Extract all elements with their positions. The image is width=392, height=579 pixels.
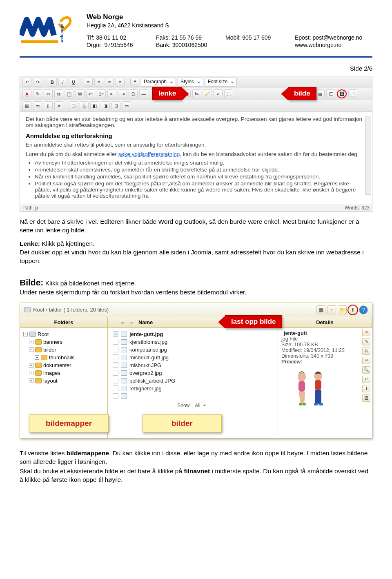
redo-icon[interactable]: ↷ xyxy=(33,78,42,87)
tree-layout[interactable]: +layout xyxy=(23,377,104,385)
editor-heading: Anmeldelse og etterforskning xyxy=(26,132,366,139)
editor-bullet-4: Politiet skal også spørre deg om det "be… xyxy=(35,180,366,199)
tree-dokumenter[interactable]: +dokumenter xyxy=(23,361,104,369)
paragraph-dropdown[interactable]: Paragraph xyxy=(141,78,176,87)
copy-icon[interactable]: ⧉ xyxy=(54,89,63,98)
contact-web: www.webnorge.no xyxy=(295,42,372,48)
forecolor-icon[interactable]: A xyxy=(22,89,31,98)
thumb-icon xyxy=(121,378,127,383)
file-row[interactable]: politisk_arbeid.JPG xyxy=(111,377,274,385)
file-row[interactable]: misbrukt.JPG xyxy=(111,361,274,369)
tree-root[interactable]: −Root xyxy=(23,330,104,338)
paste-word-icon[interactable]: W xyxy=(76,89,85,98)
list-ol-icon[interactable]: 1≡ xyxy=(97,89,106,98)
fontsize-dropdown[interactable]: Font size xyxy=(205,78,237,87)
editor-line-politi: En anmeldelse skal rettes til politiet, … xyxy=(26,142,366,148)
undo-icon[interactable]: ↶ xyxy=(22,78,31,87)
file-name: misbrukt-gutt.jpg xyxy=(129,354,169,361)
editor-content-area[interactable]: Det kan både være en stor belastning og … xyxy=(20,112,372,204)
image-button-highlight[interactable]: 🖼 xyxy=(337,89,347,98)
specialchar-icon[interactable]: Ω xyxy=(129,89,138,98)
backcolor-icon[interactable]: ✎ xyxy=(33,89,42,98)
checkbox-icon[interactable] xyxy=(113,339,118,345)
table-icon[interactable]: ▦ xyxy=(316,89,325,98)
align-left-icon[interactable]: ≡ xyxy=(84,78,93,87)
table-row-icon[interactable]: ▭ xyxy=(33,101,42,110)
copy-icon[interactable]: ⧉ xyxy=(362,347,370,355)
detail-filetype: jpg File xyxy=(281,336,369,342)
layer-icon[interactable]: ▢ xyxy=(69,101,78,110)
file-icon[interactable]: 📄 xyxy=(348,89,357,98)
bold-icon[interactable]: B xyxy=(48,78,57,87)
file-row[interactable]: rettigheter.jpg xyxy=(111,385,274,392)
file-row[interactable]: ✓jente-gutt.jpg xyxy=(111,330,274,338)
align-justify-icon[interactable]: ≡ xyxy=(116,78,125,87)
preview-icon[interactable]: ◨ xyxy=(101,101,110,110)
file-row[interactable] xyxy=(111,392,274,400)
outdent-icon[interactable]: ⇤ xyxy=(107,89,116,98)
checkbox-icon[interactable] xyxy=(113,362,118,368)
media-icon[interactable]: 🖵 xyxy=(326,89,335,98)
drive-icon xyxy=(24,307,31,312)
file-row[interactable]: kjerstiblomst.jpg xyxy=(111,338,274,346)
indent-icon[interactable]: ⇥ xyxy=(118,89,127,98)
delete-icon[interactable]: ✕ xyxy=(362,329,370,336)
spellcheck-icon[interactable]: ✓ xyxy=(214,89,223,98)
editor-inline-link[interactable]: søke voldsoffererstatning xyxy=(118,151,180,157)
cut-icon[interactable]: ✂ xyxy=(362,357,370,364)
editor-scrollbar[interactable] xyxy=(365,116,371,195)
zoom-icon[interactable]: 🔍 xyxy=(362,366,370,374)
hr-icon[interactable]: — xyxy=(139,89,148,98)
checkbox-icon[interactable] xyxy=(113,370,118,376)
svg-point-2 xyxy=(298,372,306,381)
align-center-icon[interactable]: ≡ xyxy=(94,78,103,87)
underline-icon[interactable]: U xyxy=(69,78,78,87)
file-row[interactable]: overgrep2.jpg xyxy=(111,369,274,377)
italic-icon[interactable]: I xyxy=(58,78,67,87)
checkbox-icon[interactable]: ✓ xyxy=(113,331,118,337)
tree-images[interactable]: +images xyxy=(23,369,104,377)
blockquote-icon[interactable]: ❝ xyxy=(130,78,139,87)
table-col-icon[interactable]: ▯ xyxy=(44,101,53,110)
letterhead-text: Web Norge Hegglia 2A, 4622 Kristiansand … xyxy=(87,11,372,48)
div-icon[interactable]: ▭ xyxy=(122,101,131,110)
contact-fax: Faks: 21 55 76 59 xyxy=(156,34,225,41)
checkbox-icon[interactable] xyxy=(113,354,118,360)
thumb-icon xyxy=(121,363,127,368)
cut-icon[interactable]: ✂ xyxy=(44,89,53,98)
file-row[interactable]: misbrukt-gutt.jpg xyxy=(111,354,274,361)
removeformat-icon[interactable]: 🧹 xyxy=(203,89,212,98)
checkbox-icon[interactable] xyxy=(113,378,118,383)
help-icon[interactable]: ? xyxy=(359,305,368,314)
edit-image-icon[interactable]: 🖼 xyxy=(362,394,370,402)
files-pagination: Show All xyxy=(111,400,274,411)
template-icon[interactable]: ⊞ xyxy=(111,101,120,110)
tree-banners[interactable]: +banners xyxy=(23,338,104,346)
anchor-icon[interactable]: ⚓ xyxy=(80,101,89,110)
paste-icon[interactable]: 📋 xyxy=(65,89,74,98)
file-row[interactable]: kompetanse.jpg xyxy=(111,346,274,354)
code-icon[interactable]: ◧ xyxy=(90,101,99,110)
view-list-icon[interactable]: ≡ xyxy=(327,305,336,314)
table-del-icon[interactable]: ✕ xyxy=(54,101,63,110)
tree-bilder[interactable]: −bilder xyxy=(23,346,104,354)
table-insert-icon[interactable]: ▦ xyxy=(22,101,31,110)
new-folder-icon[interactable]: 📁 xyxy=(338,305,347,314)
rename-icon[interactable]: ✎ xyxy=(362,338,370,345)
download-icon[interactable]: ⬇ xyxy=(362,385,370,392)
page-number: Side 2/6 xyxy=(20,65,372,72)
editor-screenshot: ↶ ↷ B I U ≡ ≡ ≡ ≡ ❝ Paragraph Styles Fon… xyxy=(20,76,372,212)
replace-icon[interactable]: ba xyxy=(192,89,201,98)
checkbox-icon[interactable] xyxy=(113,347,118,352)
insert-icon[interactable]: ↵ xyxy=(362,376,370,383)
show-dropdown[interactable]: All xyxy=(192,402,208,409)
styles-dropdown[interactable]: Styles xyxy=(178,78,203,87)
upload-icon[interactable]: ⬆ xyxy=(348,305,357,314)
checkbox-icon[interactable] xyxy=(113,393,118,399)
align-right-icon[interactable]: ≡ xyxy=(105,78,114,87)
tree-thumbnails[interactable]: +thumbnails xyxy=(23,354,104,361)
checkbox-icon[interactable] xyxy=(113,385,118,391)
view-grid-icon[interactable]: ▦ xyxy=(316,305,325,314)
list-ul-icon[interactable]: •≡ xyxy=(86,89,95,98)
fullscreen-icon[interactable]: ⛶ xyxy=(224,89,233,98)
